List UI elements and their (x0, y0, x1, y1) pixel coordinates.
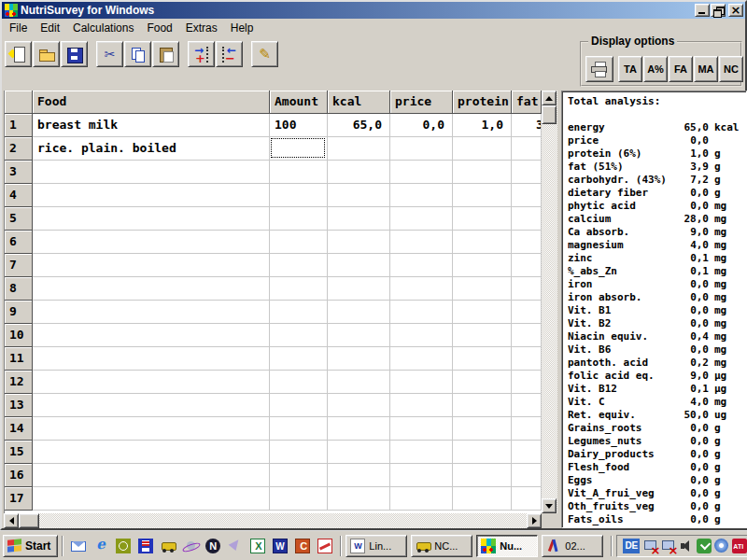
cell-amount[interactable] (270, 254, 328, 277)
cell-food[interactable] (33, 394, 270, 417)
cell-price[interactable] (390, 464, 453, 487)
taskbar-button-02[interactable]: 02... (542, 535, 603, 557)
taskbar-button-nc[interactable]: NC... (411, 535, 472, 557)
cd-icon[interactable] (714, 539, 729, 553)
cell-fat[interactable] (512, 207, 542, 231)
row-number[interactable]: 6 (5, 231, 33, 254)
cell-protein[interactable] (453, 137, 512, 161)
row-number[interactable]: 7 (5, 254, 33, 277)
cell-fat[interactable] (512, 487, 542, 511)
cell-food[interactable]: rice. plain. boiled (33, 137, 270, 161)
jeep-icon[interactable] (161, 539, 176, 553)
close-button[interactable] (728, 4, 743, 17)
updater-icon[interactable] (697, 539, 712, 553)
cell-protein[interactable] (453, 231, 512, 254)
scroll-up-button[interactable] (542, 91, 557, 105)
cell-kcal[interactable] (328, 441, 390, 464)
cell-kcal[interactable] (328, 231, 390, 254)
cell-amount[interactable] (270, 324, 328, 347)
cell-amount[interactable] (270, 487, 328, 511)
cell-price[interactable] (390, 277, 453, 301)
row-number[interactable]: 2 (5, 137, 33, 161)
cell-price[interactable] (390, 324, 453, 347)
row-number[interactable]: 3 (5, 161, 33, 184)
cell-food[interactable] (33, 324, 270, 347)
internet-explorer-icon[interactable] (93, 539, 108, 553)
cell-fat[interactable] (512, 277, 542, 301)
display-option-nc[interactable]: NC (719, 56, 743, 82)
row-number[interactable]: 13 (5, 394, 33, 417)
cell-food[interactable] (33, 184, 270, 207)
word-icon[interactable] (273, 539, 288, 553)
column-header-protein[interactable]: protein (453, 91, 512, 114)
delete-row-button[interactable] (216, 41, 243, 67)
cell-price[interactable] (390, 301, 453, 324)
scroll-down-button[interactable] (542, 498, 557, 513)
scroll-left-button[interactable] (4, 513, 19, 528)
cell-food[interactable] (33, 347, 270, 371)
cell-amount[interactable] (270, 441, 328, 464)
cell-fat[interactable] (512, 231, 542, 254)
cell-fat[interactable] (512, 301, 542, 324)
cell-kcal[interactable] (328, 301, 390, 324)
cell-fat[interactable] (512, 184, 542, 207)
cell-fat[interactable] (512, 417, 542, 441)
cell-amount[interactable] (270, 371, 328, 394)
vertical-scrollbar-thumb[interactable] (542, 105, 557, 124)
focused-cell-amount[interactable] (270, 137, 328, 161)
cell-protein[interactable] (453, 184, 512, 207)
row-number[interactable]: 14 (5, 417, 33, 441)
cell-kcal[interactable] (328, 394, 390, 417)
cell-price[interactable] (390, 417, 453, 441)
restore-button[interactable] (711, 4, 726, 17)
horizontal-scrollbar[interactable] (4, 513, 542, 528)
cell-protein[interactable]: 1,0 (453, 114, 512, 137)
clock-icon[interactable] (116, 539, 131, 553)
language-indicator[interactable]: DE (623, 539, 640, 553)
cell-amount[interactable] (270, 394, 328, 417)
cell-amount[interactable] (270, 301, 328, 324)
display-option-fa[interactable]: FA (669, 56, 693, 82)
excel-icon[interactable] (250, 539, 265, 553)
cell-kcal[interactable] (328, 137, 390, 161)
menu-calculations[interactable]: Calculations (66, 20, 140, 36)
print-button[interactable] (585, 56, 613, 82)
floppy-icon[interactable] (138, 539, 153, 553)
cell-fat[interactable] (512, 137, 542, 161)
volume-icon[interactable] (679, 539, 694, 553)
cell-protein[interactable] (453, 441, 512, 464)
cell-protein[interactable] (453, 371, 512, 394)
cell-amount[interactable] (270, 161, 328, 184)
menu-help[interactable]: Help (224, 20, 261, 36)
ati-icon[interactable] (732, 539, 747, 553)
column-header-kcal[interactable]: kcal (328, 91, 390, 114)
pointer-icon[interactable] (228, 539, 243, 553)
open-file-button[interactable] (33, 41, 60, 67)
column-header-price[interactable]: price (390, 91, 453, 114)
row-number[interactable]: 11 (5, 347, 33, 371)
cell-fat[interactable] (512, 441, 542, 464)
cell-fat[interactable]: 3,9 (512, 114, 542, 137)
cell-amount[interactable] (270, 207, 328, 231)
display-option-ma[interactable]: MA (694, 56, 718, 82)
menu-edit[interactable]: Edit (34, 20, 66, 36)
new-file-button[interactable] (5, 41, 32, 67)
cell-protein[interactable] (453, 277, 512, 301)
cell-protein[interactable] (453, 464, 512, 487)
cell-food[interactable] (33, 161, 270, 184)
cell-kcal[interactable] (328, 254, 390, 277)
taskbar-button-lin[interactable]: Lin... (345, 535, 407, 557)
cell-fat[interactable] (512, 347, 542, 371)
cell-food[interactable] (33, 301, 270, 324)
lotus-icon[interactable] (317, 539, 332, 553)
row-number[interactable]: 16 (5, 464, 33, 487)
menu-extras[interactable]: Extras (179, 20, 224, 36)
menu-food[interactable]: Food (140, 20, 178, 36)
cell-fat[interactable] (512, 324, 542, 347)
cell-kcal[interactable] (328, 347, 390, 371)
cell-price[interactable] (390, 487, 453, 511)
save-button[interactable] (61, 41, 88, 67)
row-number[interactable]: 5 (5, 207, 33, 231)
cell-amount[interactable] (270, 277, 328, 301)
scroll-right-button[interactable] (527, 513, 542, 528)
